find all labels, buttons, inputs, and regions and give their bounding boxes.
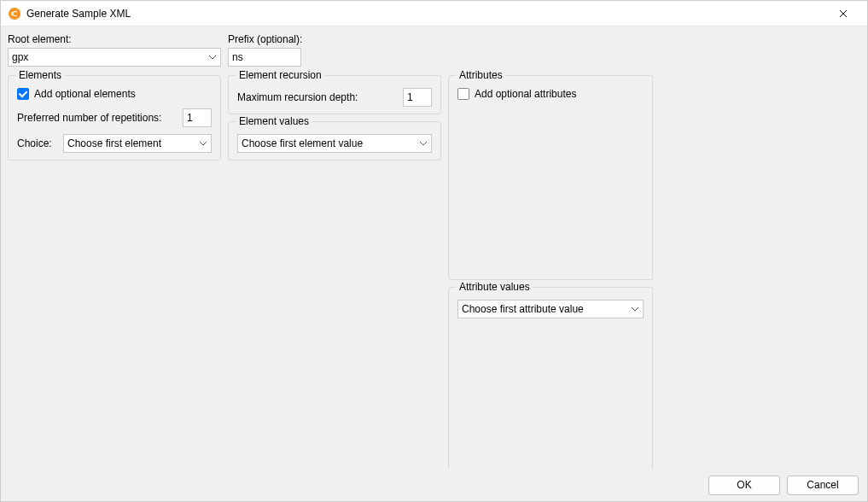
ok-button[interactable]: OK bbox=[708, 476, 780, 495]
add-optional-attributes-label: Add optional attributes bbox=[475, 88, 576, 100]
fieldset-row: Elements Add optional elements Preferred… bbox=[8, 75, 860, 469]
prefix-input[interactable] bbox=[228, 48, 301, 67]
add-optional-attributes-checkbox[interactable] bbox=[457, 88, 469, 100]
close-icon bbox=[839, 9, 848, 18]
dialog-window: Generate Sample XML Root element: gpx Pr… bbox=[0, 0, 868, 502]
repetitions-input[interactable] bbox=[183, 108, 212, 127]
attributes-group: Attributes Add optional attributes bbox=[448, 75, 653, 280]
chevron-down-icon bbox=[631, 306, 639, 312]
element-values-value: Choose first element value bbox=[242, 137, 363, 149]
choice-value: Choose first element bbox=[67, 137, 161, 149]
chevron-down-icon bbox=[419, 141, 428, 146]
repetitions-label: Preferred number of repetitions: bbox=[17, 112, 161, 124]
root-element-label: Root element: bbox=[8, 33, 221, 45]
element-values-combo[interactable]: Choose first element value bbox=[237, 134, 432, 153]
choice-combo[interactable]: Choose first element bbox=[63, 134, 212, 153]
elements-group: Elements Add optional elements Preferred… bbox=[8, 75, 221, 161]
close-button[interactable] bbox=[826, 2, 860, 26]
root-element-field: Root element: gpx bbox=[8, 33, 221, 67]
add-optional-elements-label: Add optional elements bbox=[34, 88, 136, 100]
middle-column: Element recursion Maximum recursion dept… bbox=[228, 75, 441, 469]
dialog-body: Root element: gpx Prefix (optional): Ele… bbox=[1, 26, 867, 469]
add-optional-elements-row: Add optional elements bbox=[17, 88, 212, 100]
app-icon bbox=[8, 7, 21, 20]
chevron-down-icon bbox=[208, 55, 217, 60]
chevron-down-icon bbox=[199, 141, 207, 146]
prefix-field: Prefix (optional): bbox=[228, 33, 382, 67]
add-optional-attributes-row: Add optional attributes bbox=[457, 88, 644, 100]
choice-row: Choice: Choose first element bbox=[17, 134, 212, 153]
element-recursion-group: Element recursion Maximum recursion dept… bbox=[228, 75, 441, 114]
root-element-value: gpx bbox=[12, 51, 28, 63]
repetitions-row: Preferred number of repetitions: bbox=[17, 108, 212, 127]
elements-legend: Elements bbox=[15, 69, 65, 81]
attributes-legend: Attributes bbox=[456, 69, 506, 81]
attribute-values-legend: Attribute values bbox=[456, 281, 533, 293]
title-bar: Generate Sample XML bbox=[1, 1, 867, 26]
choice-label: Choice: bbox=[17, 137, 58, 149]
element-values-group: Element values Choose first element valu… bbox=[228, 121, 441, 161]
element-recursion-legend: Element recursion bbox=[236, 69, 325, 81]
window-title: Generate Sample XML bbox=[26, 8, 826, 20]
right-column: Attributes Add optional attributes Attri… bbox=[448, 75, 653, 469]
recursion-depth-input[interactable] bbox=[403, 88, 432, 107]
add-optional-elements-checkbox[interactable] bbox=[17, 88, 29, 100]
footer: OK Cancel bbox=[1, 469, 867, 501]
attribute-values-group: Attribute values Choose first attribute … bbox=[448, 287, 653, 469]
element-values-legend: Element values bbox=[236, 115, 312, 127]
cancel-button[interactable]: Cancel bbox=[787, 476, 859, 495]
recursion-depth-label: Maximum recursion depth: bbox=[237, 91, 358, 103]
attribute-values-combo[interactable]: Choose first attribute value bbox=[457, 300, 644, 318]
top-row: Root element: gpx Prefix (optional): bbox=[8, 33, 860, 67]
recursion-depth-row: Maximum recursion depth: bbox=[237, 88, 432, 107]
svg-point-0 bbox=[9, 8, 20, 20]
prefix-label: Prefix (optional): bbox=[228, 33, 382, 45]
root-element-combo[interactable]: gpx bbox=[8, 48, 221, 67]
attribute-values-value: Choose first attribute value bbox=[462, 303, 584, 315]
